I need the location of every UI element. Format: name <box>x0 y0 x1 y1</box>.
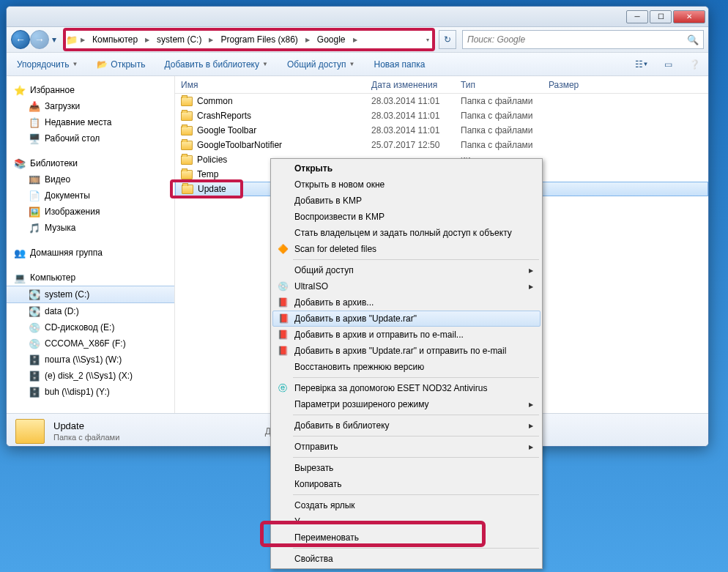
netdrive-icon: 🗄️ <box>29 370 40 382</box>
video-icon: 🎞️ <box>29 174 40 185</box>
file-name: Common <box>197 96 233 106</box>
sidebar-desktop[interactable]: 🖥️Рабочий стол <box>7 130 174 146</box>
cm-scan[interactable]: 🔶Scan for deleted files <box>272 241 541 257</box>
sidebar-drive-d[interactable]: 💽data (D:) <box>7 303 174 319</box>
folder-icon <box>182 185 193 194</box>
file-row[interactable]: Common 28.03.2014 11:01 Папка с файлами <box>175 94 708 108</box>
cm-archive-mail[interactable]: 📕Добавить в архив и отправить по e-mail.… <box>272 327 541 343</box>
cm-shortcut[interactable]: Создать ярлык <box>272 497 541 513</box>
breadcrumb-dropdown[interactable]: ▾ <box>423 37 432 43</box>
file-row[interactable]: CrashReports 28.03.2014 11:01 Папка с фа… <box>175 108 708 123</box>
cm-share[interactable]: Общий доступ▶ <box>272 262 541 278</box>
cm-addlib[interactable]: Добавить в библиотеку▶ <box>272 417 541 434</box>
sidebar-drive-y[interactable]: 🗄️buh (\\disp1) (Y:) <box>7 384 174 400</box>
document-icon: 📄 <box>29 190 40 201</box>
close-button[interactable]: ✕ <box>673 10 705 23</box>
refresh-button[interactable]: ↻ <box>439 30 456 49</box>
sidebar-drive-x[interactable]: 🗄️(e) disk_2 (\\Sys1) (X:) <box>7 368 174 384</box>
view-button[interactable]: ☷ ▼ <box>634 56 650 73</box>
sidebar-recent[interactable]: 📋Недавние места <box>7 114 174 130</box>
cm-eset[interactable]: ⓔПеревірка за допомогою ESET NOD32 Antiv… <box>272 380 541 396</box>
sidebar-homegroup[interactable]: 👥Домашняя группа <box>7 245 174 261</box>
file-row[interactable]: Google Toolbar 28.03.2014 11:01 Папка с … <box>175 123 708 138</box>
organize-button[interactable]: Упорядочить▼ <box>12 56 82 73</box>
drive-icon: 💽 <box>29 305 40 317</box>
cm-rename[interactable]: Переименовать <box>272 530 541 546</box>
col-date[interactable]: Дата изменения <box>371 80 461 90</box>
back-button[interactable]: ← <box>11 30 30 49</box>
forward-button[interactable]: → <box>30 30 49 49</box>
search-icon[interactable]: 🔍 <box>687 34 699 45</box>
folder-icon: 📁 <box>66 34 78 45</box>
file-date: 25.07.2017 12:50 <box>371 140 461 150</box>
search-input[interactable] <box>467 34 687 45</box>
col-type[interactable]: Тип <box>461 80 549 90</box>
file-row[interactable]: GoogleToolbarNotifier 25.07.2017 12:50 П… <box>175 138 708 152</box>
share-button[interactable]: Общий доступ▼ <box>283 56 360 73</box>
context-menu: Открыть Открыть в новом окне Добавить в … <box>270 158 543 569</box>
preview-button[interactable]: ▭ <box>660 56 676 73</box>
history-dropdown[interactable]: ▾ <box>49 32 59 47</box>
cm-archive[interactable]: 📕Добавить в архив... <box>272 294 541 311</box>
rar-icon: 📕 <box>277 297 289 308</box>
sidebar-drive-w[interactable]: 🗄️пошта (\\Sys1) (W:) <box>7 352 174 368</box>
file-type: Папка с файлами <box>461 96 549 106</box>
folder-icon <box>181 170 193 179</box>
cm-archive-rar[interactable]: 📕Добавить в архив "Update.rar" <box>272 311 541 327</box>
rar-icon: 📕 <box>278 313 289 324</box>
cm-archive-rar-mail[interactable]: 📕Добавить в архив "Update.rar" и отправи… <box>272 343 541 359</box>
breadcrumb-sep[interactable]: ▶ <box>78 37 88 43</box>
netdrive-icon: 🗄️ <box>29 354 40 365</box>
sidebar-drive-c[interactable]: 💽system (C:) <box>7 286 174 303</box>
breadcrumb-progfiles[interactable]: Program Files (x86) <box>216 31 302 48</box>
col-size[interactable]: Размер <box>549 80 607 90</box>
breadcrumb-drive[interactable]: system (C:) <box>152 31 206 48</box>
cm-send[interactable]: Отправить▶ <box>272 439 541 455</box>
breadcrumb-sep[interactable]: ▶ <box>302 37 313 43</box>
cm-owner[interactable]: Стать владельцем и задать полный доступ … <box>272 225 541 241</box>
cm-open[interactable]: Открыть <box>272 160 541 177</box>
breadcrumb-sep[interactable]: ▶ <box>142 37 152 43</box>
cm-properties[interactable]: Свойства <box>272 551 541 567</box>
newfolder-button[interactable]: Новая папка <box>369 56 429 73</box>
search-box[interactable]: 🔍 <box>462 30 704 49</box>
sidebar-images[interactable]: 🖼️Изображения <box>7 204 174 220</box>
breadcrumb-sep[interactable]: ▶ <box>350 37 360 43</box>
file-type: Папка с файлами <box>461 140 549 150</box>
sidebar-computer[interactable]: 💻Компьютер <box>7 270 174 286</box>
sidebar-downloads[interactable]: 📥Загрузки <box>7 98 174 114</box>
breadcrumb[interactable]: 📁 ▶ Компьютер ▶ system (C:) ▶ Program Fi… <box>64 30 434 49</box>
status-name: Update <box>53 420 119 431</box>
breadcrumb-computer[interactable]: Компьютер <box>88 31 142 48</box>
sidebar-libraries[interactable]: 📚Библиотеки <box>7 155 174 171</box>
cm-eset-param[interactable]: Параметри розширеного режиму▶ <box>272 396 541 412</box>
cm-delete[interactable]: У <box>272 513 541 530</box>
breadcrumb-sep[interactable]: ▶ <box>206 37 216 43</box>
sidebar-music[interactable]: 🎵Музыка <box>7 220 174 236</box>
minimize-button[interactable]: ─ <box>626 10 648 23</box>
help-button[interactable]: ❔ <box>686 56 702 73</box>
status-folder-icon <box>15 419 45 444</box>
open-button[interactable]: 📂Открыть <box>92 56 149 73</box>
sidebar-drive-f[interactable]: 💿CCCOMA_X86F (F:) <box>7 335 174 352</box>
cm-restore[interactable]: Восстановить прежнюю версию <box>272 359 541 375</box>
sidebar-video[interactable]: 🎞️Видео <box>7 171 174 187</box>
maximize-button[interactable]: ☐ <box>650 10 672 23</box>
cm-open-new[interactable]: Открыть в новом окне <box>272 177 541 193</box>
cm-ultraiso[interactable]: 💿UltraISO▶ <box>272 278 541 294</box>
file-date: 28.03.2014 11:01 <box>371 125 461 135</box>
addlib-button[interactable]: Добавить в библиотеку▼ <box>160 56 272 73</box>
cm-play-kmp[interactable]: Воспроизвести в KMP <box>272 209 541 225</box>
sidebar-favorites[interactable]: ⭐Избранное <box>7 82 174 98</box>
cm-copy[interactable]: Копировать <box>272 476 541 492</box>
cm-add-kmp[interactable]: Добавить в KMP <box>272 193 541 209</box>
file-date: 28.03.2014 11:01 <box>371 96 461 106</box>
file-name: Google Toolbar <box>197 125 256 135</box>
sidebar-documents[interactable]: 📄Документы <box>7 187 174 204</box>
cm-cut[interactable]: Вырезать <box>272 460 541 476</box>
folder-icon <box>181 155 193 165</box>
breadcrumb-google[interactable]: Google <box>313 31 350 48</box>
col-name[interactable]: Имя <box>181 80 371 90</box>
toolbar: Упорядочить▼ 📂Открыть Добавить в библиот… <box>7 53 708 76</box>
sidebar-drive-e[interactable]: 💿CD-дисковод (E:) <box>7 319 174 335</box>
